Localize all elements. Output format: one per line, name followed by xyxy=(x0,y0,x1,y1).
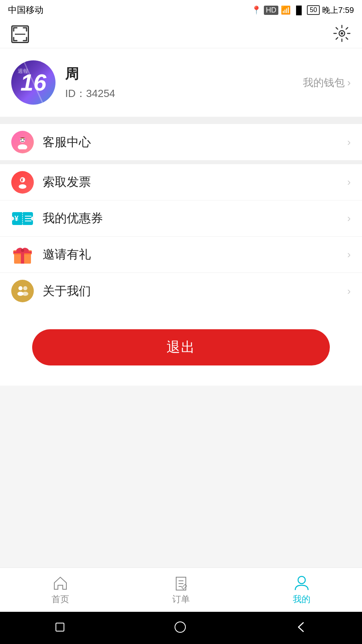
top-bar xyxy=(0,20,362,48)
svg-point-31 xyxy=(22,292,28,296)
time-label: 晚上7:59 xyxy=(322,5,354,16)
svg-point-27 xyxy=(21,249,24,252)
about-icon-container xyxy=(11,280,34,302)
status-bar: 中国移动 📍 HD 📶 ▐▌ 50 晚上7:59 xyxy=(0,0,362,20)
invite-icon xyxy=(12,244,33,265)
logout-container: 退出 xyxy=(0,309,362,386)
svg-rect-37 xyxy=(56,623,64,631)
menu-item-about[interactable]: 关于我们 › xyxy=(0,273,362,309)
status-icons: 📍 HD 📶 ▐▌ 50 晚上7:59 xyxy=(251,5,354,16)
about-label: 关于我们 xyxy=(43,283,347,299)
settings-button[interactable] xyxy=(333,25,351,44)
menu-item-invite[interactable]: 邀请有礼 › xyxy=(0,237,362,273)
svg-point-5 xyxy=(18,144,27,149)
svg-rect-8 xyxy=(19,139,21,141)
user-name: 周 xyxy=(65,65,115,83)
invite-arrow: › xyxy=(347,248,351,261)
svg-point-38 xyxy=(175,622,185,632)
battery-icon: 50 xyxy=(307,5,320,15)
profile-info-left: 週報 16 周 ID：34254 xyxy=(11,60,115,105)
menu-separator-1 xyxy=(0,160,362,164)
about-arrow: › xyxy=(347,285,351,297)
wifi-icon: 📶 xyxy=(281,5,291,15)
profile-section: 週報 16 周 ID：34254 我的钱包 › xyxy=(0,48,362,120)
section-divider-1 xyxy=(0,120,362,124)
menu-item-coupon[interactable]: ¥ 我的优惠券 › xyxy=(0,200,362,237)
svg-text:¥: ¥ xyxy=(14,215,19,223)
nav-order-label: 订单 xyxy=(172,593,190,605)
wallet-button[interactable]: 我的钱包 › xyxy=(303,76,351,90)
svg-point-6 xyxy=(21,139,22,140)
user-id-display: ID：34254 xyxy=(65,87,115,101)
invoice-arrow: › xyxy=(347,176,351,188)
wallet-arrow: › xyxy=(347,76,351,89)
svg-point-36 xyxy=(298,576,305,584)
svg-point-2 xyxy=(341,32,343,35)
nav-item-order[interactable]: 订单 xyxy=(121,568,241,612)
invite-icon-container xyxy=(11,244,34,266)
menu-item-customer-service[interactable]: 客服中心 › xyxy=(0,124,362,160)
back-icon xyxy=(294,620,308,634)
svg-line-3 xyxy=(23,60,43,105)
recent-apps-icon xyxy=(54,621,66,633)
nav-mine-label: 我的 xyxy=(293,593,311,605)
customer-service-icon xyxy=(11,131,34,153)
settings-icon xyxy=(333,25,351,42)
nav-item-home[interactable]: 首页 xyxy=(0,568,121,612)
hd-badge: HD xyxy=(264,6,278,15)
invoice-label: 索取发票 xyxy=(43,174,347,190)
svg-point-7 xyxy=(23,139,25,140)
nav-item-mine[interactable]: 我的 xyxy=(241,568,362,612)
signal-icon: ▐▌ xyxy=(293,6,304,15)
invoice-icon: ¥ xyxy=(11,171,34,194)
nav-home-label: 首页 xyxy=(51,593,69,605)
avatar-decoration xyxy=(11,60,56,105)
mine-icon xyxy=(294,575,310,591)
scan-button[interactable] xyxy=(11,25,29,43)
customer-service-icon-container xyxy=(11,131,34,153)
invite-label: 邀请有礼 xyxy=(43,246,347,263)
invoice-icon-container: ¥ xyxy=(11,171,34,194)
order-icon xyxy=(173,575,189,591)
svg-text:¥: ¥ xyxy=(21,178,23,182)
menu-item-invoice[interactable]: ¥ 索取发票 › xyxy=(0,164,362,200)
coupon-label: 我的优惠券 xyxy=(43,210,347,227)
logout-button[interactable]: 退出 xyxy=(32,329,330,365)
avatar: 週報 16 xyxy=(11,60,56,105)
coupon-arrow: › xyxy=(347,212,351,225)
profile-details: 周 ID：34254 xyxy=(65,65,115,101)
svg-point-30 xyxy=(23,286,27,290)
svg-point-11 xyxy=(19,184,26,188)
coupon-icon: ¥ xyxy=(11,207,34,230)
menu-section-2: ¥ 索取发票 › ¥ 我的优惠券 xyxy=(0,164,362,309)
bottom-nav: 首页 订单 我的 xyxy=(0,568,362,612)
svg-rect-9 xyxy=(25,139,26,141)
carrier-label: 中国移动 xyxy=(8,4,43,16)
wallet-label: 我的钱包 xyxy=(303,76,345,90)
about-icon xyxy=(11,280,34,302)
home-button[interactable] xyxy=(173,620,187,636)
coupon-icon-container: ¥ xyxy=(11,207,34,230)
customer-service-label: 客服中心 xyxy=(43,134,347,151)
svg-point-28 xyxy=(19,286,23,290)
customer-service-arrow: › xyxy=(347,136,351,149)
recent-apps-button[interactable] xyxy=(54,621,66,635)
scan-icon xyxy=(13,27,27,41)
location-icon: 📍 xyxy=(251,5,261,15)
system-bar xyxy=(0,612,362,644)
back-button[interactable] xyxy=(294,620,308,636)
home-hardware-icon xyxy=(173,620,187,634)
home-icon xyxy=(52,575,68,591)
menu-section: 客服中心 › xyxy=(0,124,362,160)
